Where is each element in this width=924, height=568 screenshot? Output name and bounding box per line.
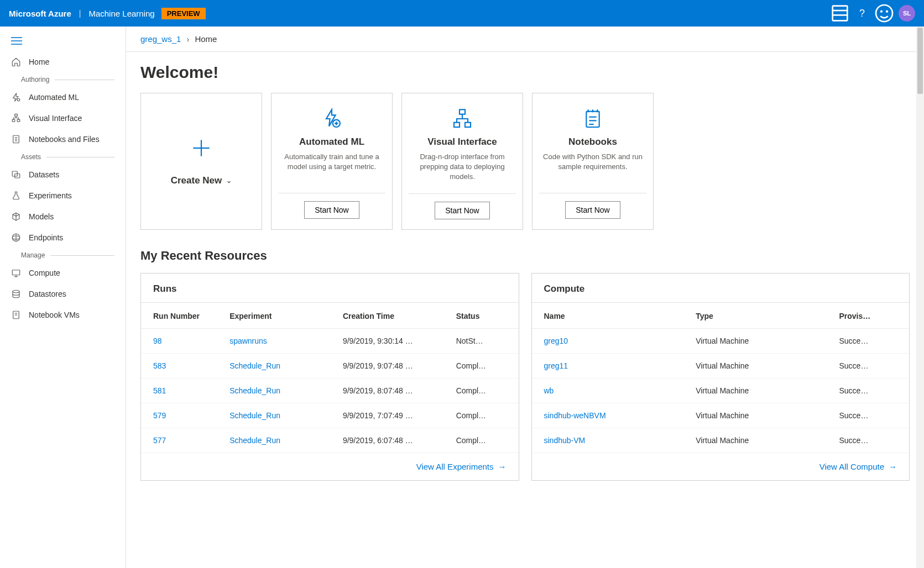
run-number-link[interactable]: 98 <box>141 328 224 353</box>
table-row: greg10Virtual MachineSucce… <box>532 328 910 353</box>
experiment-link[interactable]: Schedule_Run <box>224 378 337 403</box>
table-row: 583Schedule_Run9/9/2019, 9:07:48 …Compl… <box>141 353 519 378</box>
svg-rect-31 <box>460 109 465 114</box>
automl-start-button[interactable]: Start Now <box>304 201 359 219</box>
cell-status: Compl… <box>451 378 519 403</box>
experiment-link[interactable]: spawnruns <box>224 328 337 353</box>
runs-title: Runs <box>141 274 519 303</box>
sidebar-item-endpoints[interactable]: Endpoints <box>0 227 126 248</box>
svg-point-3 <box>876 5 892 22</box>
cell-prov: Succe… <box>833 403 909 428</box>
col-name[interactable]: Name <box>532 303 691 329</box>
view-all-experiments-link[interactable]: View All Experiments→ <box>416 462 507 471</box>
feedback-icon[interactable] <box>873 2 895 24</box>
experiment-link[interactable]: Schedule_Run <box>224 353 337 378</box>
arrow-right-icon: → <box>498 462 507 471</box>
cell-time: 9/9/2019, 6:07:48 … <box>337 428 451 453</box>
compute-title: Compute <box>532 274 910 303</box>
sidebar-item-notebook-vms[interactable]: Notebook VMs <box>0 304 126 325</box>
run-number-link[interactable]: 581 <box>141 378 224 403</box>
notebooks-start-button[interactable]: Start Now <box>565 201 620 219</box>
sidebar-item-label: Datastores <box>29 290 66 298</box>
sidebar-item-datastores[interactable]: Datastores <box>0 283 126 304</box>
sidebar-item-label: Automated ML <box>29 93 79 102</box>
sidebar-item-notebooks-files[interactable]: Notebooks and Files <box>0 129 126 150</box>
brand[interactable]: Microsoft Azure <box>9 9 71 18</box>
compute-name-link[interactable]: sindhub-weNBVM <box>532 403 691 428</box>
col-status[interactable]: Status <box>451 303 519 329</box>
cell-status: Compl… <box>451 403 519 428</box>
service-name[interactable]: Machine Learning <box>88 9 154 18</box>
avatar[interactable]: SL <box>899 5 915 22</box>
cell-time: 9/9/2019, 9:07:48 … <box>337 353 451 378</box>
sidebar-item-label: Notebook VMs <box>29 311 80 319</box>
sidebar-item-home[interactable]: Home <box>0 51 126 72</box>
main: greg_ws_1 › Home Welcome! Create New⌄ Au… <box>126 27 924 568</box>
svg-point-9 <box>17 98 20 101</box>
experiment-link[interactable]: Schedule_Run <box>224 403 337 428</box>
runs-panel: Runs Run Number Experiment Creation Time… <box>140 273 519 481</box>
chevron-down-icon: ⌄ <box>226 177 232 185</box>
compute-name-link[interactable]: wb <box>532 378 691 403</box>
automl-icon <box>321 107 343 131</box>
svg-rect-0 <box>833 6 848 21</box>
cell-prov: Succe… <box>833 328 909 353</box>
compute-name-link[interactable]: greg11 <box>532 353 691 378</box>
notebooks-icon <box>582 107 604 131</box>
cell-time: 9/9/2019, 9:30:14 … <box>337 328 451 353</box>
breadcrumb-current: Home <box>195 34 217 44</box>
recent-resources-heading: My Recent Resources <box>140 249 910 263</box>
cell-type: Virtual Machine <box>690 328 833 353</box>
breadcrumb-workspace[interactable]: greg_ws_1 <box>140 34 181 44</box>
col-creation-time[interactable]: Creation Time <box>337 303 451 329</box>
table-row: 98spawnruns9/9/2019, 9:30:14 …NotSt… <box>141 328 519 353</box>
help-icon[interactable]: ? <box>851 2 873 24</box>
cell-type: Virtual Machine <box>690 428 833 453</box>
hamburger-icon[interactable] <box>0 32 126 51</box>
experiment-link[interactable]: Schedule_Run <box>224 428 337 453</box>
sidebar-item-label: Visual Interface <box>29 114 82 123</box>
cell-status: Compl… <box>451 428 519 453</box>
run-number-link[interactable]: 583 <box>141 353 224 378</box>
scrollbar[interactable] <box>916 27 924 568</box>
card-desc: Automatically train and tune a model usi… <box>278 152 385 182</box>
view-all-compute-link[interactable]: View All Compute→ <box>819 462 897 471</box>
sidebar-section-manage: Manage <box>0 248 126 262</box>
col-provisioning[interactable]: Provis… <box>833 303 909 329</box>
cell-status: NotSt… <box>451 328 519 353</box>
compute-icon <box>11 268 21 278</box>
directory-icon[interactable] <box>829 2 851 24</box>
sidebar-item-visual-interface[interactable]: Visual Interface <box>0 108 126 129</box>
cell-time: 9/9/2019, 7:07:49 … <box>337 403 451 428</box>
col-experiment[interactable]: Experiment <box>224 303 337 329</box>
run-number-link[interactable]: 577 <box>141 428 224 453</box>
run-number-link[interactable]: 579 <box>141 403 224 428</box>
sidebar-item-experiments[interactable]: Experiments <box>0 185 126 206</box>
table-row: 577Schedule_Run9/9/2019, 6:07:48 …Compl… <box>141 428 519 453</box>
sidebar-item-datasets[interactable]: Datasets <box>0 164 126 185</box>
visual-start-button[interactable]: Start Now <box>435 202 489 219</box>
sidebar-section-assets: Assets <box>0 150 126 164</box>
card-title: Visual Interface <box>427 136 497 148</box>
sidebar-item-compute[interactable]: Compute <box>0 262 126 283</box>
cell-type: Virtual Machine <box>690 403 833 428</box>
col-type[interactable]: Type <box>690 303 833 329</box>
sidebar-item-label: Experiments <box>29 191 72 200</box>
sidebar-item-models[interactable]: Models <box>0 206 126 227</box>
cell-prov: Succe… <box>833 353 909 378</box>
cell-prov: Succe… <box>833 378 909 403</box>
create-new-card[interactable]: Create New⌄ <box>140 93 262 230</box>
col-run-number[interactable]: Run Number <box>141 303 224 329</box>
sidebar-section-authoring: Authoring <box>0 72 126 87</box>
card-title: Automated ML <box>299 136 364 148</box>
notebook-vm-icon <box>11 310 21 320</box>
card-title: Notebooks <box>568 136 617 148</box>
arrow-right-icon: → <box>889 462 897 471</box>
sidebar-item-automated-ml[interactable]: Automated ML <box>0 87 126 108</box>
notebooks-card: Notebooks Code with Python SDK and run s… <box>532 93 654 230</box>
compute-name-link[interactable]: sindhub-VM <box>532 428 691 453</box>
cell-prov: Succe… <box>833 428 909 453</box>
compute-name-link[interactable]: greg10 <box>532 328 691 353</box>
svg-rect-12 <box>17 119 20 122</box>
endpoints-icon <box>11 233 21 243</box>
